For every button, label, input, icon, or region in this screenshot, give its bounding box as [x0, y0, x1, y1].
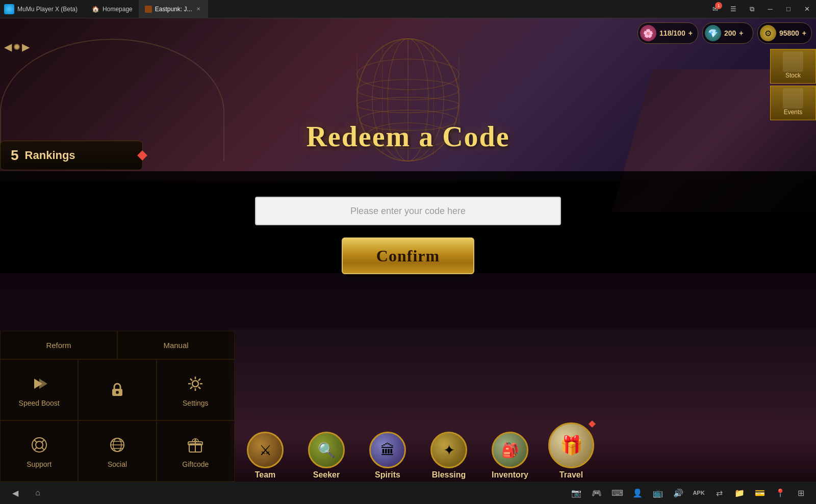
- gold-plus[interactable]: +: [802, 29, 806, 37]
- game-area: 🌸 118/100 + 💎 200 + ⚙ 95800 + Stock Even…: [0, 18, 816, 504]
- stock-label: Stock: [785, 72, 801, 79]
- svg-point-16: [116, 391, 119, 394]
- left-top-row: Reform Manual: [0, 331, 235, 359]
- left-arrow[interactable]: ◀: [4, 41, 12, 53]
- events-label: Events: [784, 109, 803, 116]
- reform-label: Reform: [46, 341, 71, 350]
- tab-close-button[interactable]: ✕: [195, 6, 202, 13]
- health-icon: 🌸: [640, 25, 656, 41]
- volume-icon[interactable]: 🔊: [671, 486, 685, 500]
- travel-icon: 🎁: [548, 422, 594, 468]
- svg-line-31: [42, 447, 44, 450]
- keyboard-icon[interactable]: ⌨: [610, 486, 624, 500]
- tab-game-label: Eastpunk: J...: [155, 6, 192, 13]
- gold-resource: ⚙ 95800 +: [757, 22, 812, 44]
- health-value: 118/100: [659, 29, 685, 37]
- taskbar-right: 📷 🎮 ⌨ 👤 📺 🔊 APK ⇄ 📁 💳 📍 ⊞: [569, 486, 808, 500]
- svg-line-28: [34, 440, 37, 442]
- giftcode-item[interactable]: Giftcode: [157, 420, 235, 482]
- seeker-label: Seeker: [313, 470, 340, 480]
- svg-line-30: [34, 447, 37, 450]
- screen-icon[interactable]: 📺: [651, 486, 665, 500]
- menu-icon: ☰: [730, 5, 736, 13]
- nav-item-seeker[interactable]: 🔍 Seeker: [296, 432, 357, 480]
- code-input-area: [0, 181, 816, 241]
- back-button[interactable]: ◀: [8, 486, 22, 500]
- confirm-button[interactable]: Confirm: [342, 237, 474, 274]
- svg-line-29: [42, 440, 44, 442]
- giftcode-label: Giftcode: [182, 460, 209, 468]
- maximize-button[interactable]: □: [779, 0, 798, 18]
- tab-game[interactable]: Eastpunk: J... ✕: [139, 0, 209, 18]
- notification-badge: 1: [715, 2, 722, 9]
- right-arrow[interactable]: ▶: [22, 41, 30, 53]
- svg-line-25: [190, 387, 192, 389]
- settings-icon: [184, 373, 207, 395]
- confirm-button-area: Confirm: [0, 237, 816, 274]
- team-icon: ⚔: [247, 432, 284, 468]
- settings-item[interactable]: Settings: [157, 359, 235, 420]
- code-input[interactable]: [255, 197, 561, 225]
- nav-item-spirits[interactable]: 🏛 Spirits: [357, 432, 418, 480]
- home-button[interactable]: ⌂: [31, 486, 45, 500]
- rotate-icon[interactable]: ⇄: [712, 486, 726, 500]
- speed-boost-item[interactable]: Speed Boost: [0, 359, 78, 420]
- maximize-icon: □: [786, 5, 790, 13]
- crystals-plus[interactable]: +: [739, 29, 743, 37]
- menu-button[interactable]: ☰: [724, 0, 743, 18]
- right-buttons: Stock Events: [770, 49, 816, 120]
- seeker-icon: 🔍: [308, 432, 345, 468]
- resource-bar: 🌸 118/100 + 💎 200 + ⚙ 95800 +: [638, 22, 812, 44]
- nav-item-team[interactable]: ⚔ Team: [235, 432, 296, 480]
- tab-homepage[interactable]: 🏠 Homepage: [86, 0, 139, 18]
- restore-button[interactable]: ⧉: [743, 0, 761, 18]
- nav-item-blessing[interactable]: ✦ Blessing: [418, 432, 479, 480]
- title-bar-controls: ✉ 1 ☰ ⧉ ─ □ ✕: [706, 0, 816, 18]
- social-label: Social: [108, 460, 127, 468]
- support-label: Support: [27, 460, 52, 468]
- inventory-label: Inventory: [492, 470, 528, 480]
- left-panel: Reform Manual Speed Boost: [0, 331, 235, 482]
- settings-label: Settings: [183, 399, 209, 407]
- giftcode-icon: [184, 434, 207, 456]
- blessing-icon: ✦: [430, 432, 467, 468]
- crystals-resource: 💎 200 +: [702, 22, 753, 44]
- nav-item-inventory[interactable]: 🎒 Inventory: [479, 432, 541, 480]
- rankings-number: 5: [11, 147, 19, 164]
- reform-button[interactable]: Reform: [0, 331, 117, 359]
- tab-game-icon: [145, 6, 152, 13]
- left-grid: Speed Boost: [0, 359, 235, 482]
- restore-icon: ⧉: [750, 5, 754, 13]
- left-nav: ◀ ▶: [4, 41, 30, 53]
- health-resource: 🌸 118/100 +: [638, 22, 698, 44]
- travel-label: Travel: [559, 470, 583, 480]
- wallet-icon[interactable]: 💳: [753, 486, 767, 500]
- crystals-icon: 💎: [705, 25, 721, 41]
- folder-icon[interactable]: 📁: [732, 486, 747, 500]
- health-plus[interactable]: +: [688, 29, 693, 37]
- app-logo: [4, 4, 14, 14]
- minimize-icon: ─: [768, 5, 772, 13]
- grid-icon[interactable]: ⊞: [794, 486, 808, 500]
- rankings-area[interactable]: 5 Rankings: [0, 141, 143, 170]
- manual-button[interactable]: Manual: [117, 331, 235, 359]
- stock-button[interactable]: Stock: [770, 49, 816, 84]
- minimize-button[interactable]: ─: [761, 0, 779, 18]
- home-icon: 🏠: [92, 6, 99, 13]
- notification-button[interactable]: ✉ 1: [706, 0, 724, 18]
- close-button[interactable]: ✕: [798, 0, 816, 18]
- lock-icon: [106, 379, 129, 401]
- app-title: MuMu Player X (Beta): [17, 6, 78, 13]
- gamepad-icon[interactable]: 🎮: [590, 486, 604, 500]
- apk-icon[interactable]: APK: [692, 486, 706, 500]
- nav-item-travel[interactable]: 🎁 Travel: [541, 422, 602, 480]
- taskbar-left: ◀ ⌂: [8, 486, 45, 500]
- video-icon[interactable]: 📷: [569, 486, 583, 500]
- title-bar-tabs: 🏠 Homepage Eastpunk: J... ✕: [86, 0, 208, 18]
- account-icon[interactable]: 👤: [630, 486, 645, 500]
- svg-line-24: [198, 379, 200, 381]
- social-item[interactable]: Social: [78, 420, 156, 482]
- support-item[interactable]: Support: [0, 420, 78, 482]
- events-button[interactable]: Events: [770, 86, 816, 120]
- location-icon[interactable]: 📍: [773, 486, 787, 500]
